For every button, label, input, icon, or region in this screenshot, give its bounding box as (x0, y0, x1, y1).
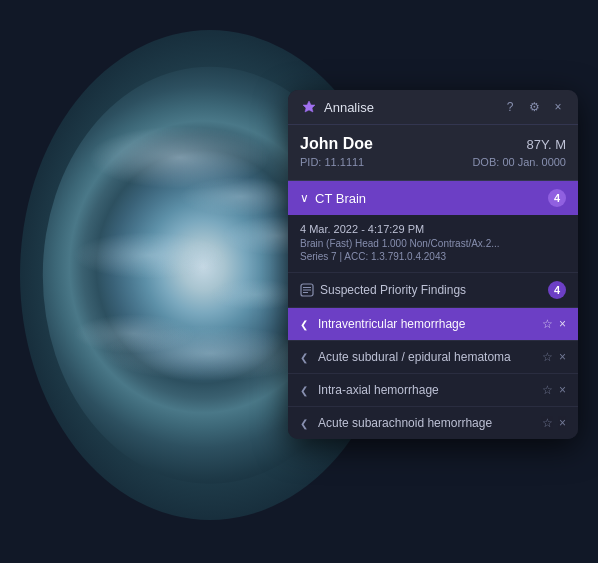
app-name: Annalise (324, 100, 374, 115)
finding-row-3[interactable]: ❮ Acute subarachnoid hemorrhage ☆ × (288, 407, 578, 439)
ct-brain-chevron: ∨ (300, 191, 309, 205)
finding-chevron-3: ❮ (300, 418, 312, 429)
finding-name-2: Intra-axial hemorrhage (318, 383, 439, 397)
settings-icon[interactable]: ⚙ (526, 99, 542, 115)
ct-brain-label: CT Brain (315, 191, 366, 206)
finding-close-1[interactable]: × (559, 350, 566, 364)
finding-actions-1: ☆ × (542, 350, 566, 364)
findings-list: ❮ Intraventricular hemorrhage ☆ × ❮ Acut… (288, 308, 578, 439)
finding-actions-2: ☆ × (542, 383, 566, 397)
patient-age-gender: 87Y. M (526, 137, 566, 152)
finding-actions-3: ☆ × (542, 416, 566, 430)
finding-chevron-1: ❮ (300, 352, 312, 363)
finding-close-3[interactable]: × (559, 416, 566, 430)
spf-count: 4 (548, 281, 566, 299)
spf-icon (300, 283, 314, 297)
patient-name: John Doe (300, 135, 373, 153)
info-icon[interactable]: ? (502, 99, 518, 115)
scan-details: 4 Mar. 2022 - 4:17:29 PM Brain (Fast) He… (288, 215, 578, 273)
finding-close-2[interactable]: × (559, 383, 566, 397)
finding-name-1: Acute subdural / epidural hematoma (318, 350, 511, 364)
spf-label-group: Suspected Priority Findings (300, 283, 466, 297)
scan-type: Brain (Fast) Head 1.000 Non/Contrast/Ax.… (300, 238, 566, 249)
ct-brain-section[interactable]: ∨ CT Brain 4 (288, 181, 578, 215)
finding-chevron-0: ❮ (300, 319, 312, 330)
finding-chevron-2: ❮ (300, 385, 312, 396)
finding-star-3[interactable]: ☆ (542, 416, 553, 430)
finding-name-3: Acute subarachnoid hemorrhage (318, 416, 492, 430)
ct-brain-count: 4 (548, 189, 566, 207)
scan-series: Series 7 | ACC: 1.3.791.0.4.2043 (300, 251, 566, 262)
header-icons: ? ⚙ × (502, 99, 566, 115)
finding-left-1: ❮ Acute subdural / epidural hematoma (300, 350, 542, 364)
finding-left-2: ❮ Intra-axial hemorrhage (300, 383, 542, 397)
finding-star-1[interactable]: ☆ (542, 350, 553, 364)
annalise-panel: Annalise ? ⚙ × John Doe 87Y. M PID: 11.1… (288, 90, 578, 439)
patient-dob: DOB: 00 Jan. 0000 (472, 156, 566, 168)
scan-date: 4 Mar. 2022 - 4:17:29 PM (300, 223, 566, 235)
finding-row-1[interactable]: ❮ Acute subdural / epidural hematoma ☆ × (288, 341, 578, 374)
logo-icon (300, 98, 318, 116)
finding-left-3: ❮ Acute subarachnoid hemorrhage (300, 416, 542, 430)
finding-star-0[interactable]: ☆ (542, 317, 553, 331)
finding-name-0: Intraventricular hemorrhage (318, 317, 465, 331)
patient-info: John Doe 87Y. M PID: 11.1111 DOB: 00 Jan… (288, 125, 578, 181)
spf-header: Suspected Priority Findings 4 (288, 273, 578, 308)
patient-row-top: John Doe 87Y. M (300, 135, 566, 153)
finding-left-0: ❮ Intraventricular hemorrhage (300, 317, 542, 331)
patient-pid: PID: 11.1111 (300, 156, 364, 168)
finding-close-0[interactable]: × (559, 317, 566, 331)
close-icon[interactable]: × (550, 99, 566, 115)
ct-brain-label-group: ∨ CT Brain (300, 191, 366, 206)
app-logo: Annalise (300, 98, 374, 116)
patient-row-bottom: PID: 11.1111 DOB: 00 Jan. 0000 (300, 156, 566, 168)
finding-star-2[interactable]: ☆ (542, 383, 553, 397)
finding-actions-0: ☆ × (542, 317, 566, 331)
spf-label: Suspected Priority Findings (320, 283, 466, 297)
finding-row-0[interactable]: ❮ Intraventricular hemorrhage ☆ × (288, 308, 578, 341)
finding-row-2[interactable]: ❮ Intra-axial hemorrhage ☆ × (288, 374, 578, 407)
panel-header: Annalise ? ⚙ × (288, 90, 578, 125)
